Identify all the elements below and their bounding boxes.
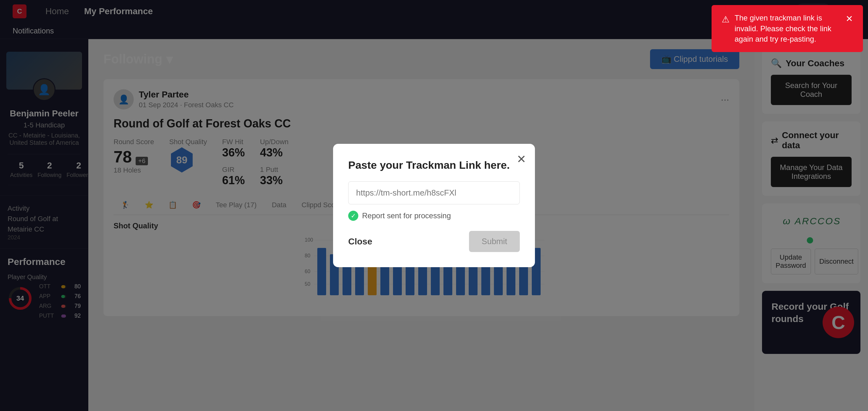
- modal-actions: Close Submit: [348, 231, 520, 252]
- warning-icon: ⚠: [722, 13, 730, 26]
- modal-title: Paste your Trackman Link here.: [348, 159, 520, 171]
- trackman-link-input[interactable]: [348, 181, 520, 204]
- modal-close-button[interactable]: Close: [348, 236, 372, 247]
- success-icon: ✓: [348, 211, 358, 221]
- modal-close-x-button[interactable]: ✕: [517, 153, 526, 166]
- modal-overlay[interactable]: Paste your Trackman Link here. ✕ ✓ Repor…: [0, 0, 868, 411]
- modal-submit-button[interactable]: Submit: [469, 231, 520, 252]
- toast-close-button[interactable]: ✕: [846, 12, 853, 25]
- modal-success-message: ✓ Report sent for processing: [348, 211, 520, 221]
- toast-message: The given trackman link is invalid. Plea…: [735, 12, 836, 44]
- trackman-modal: Paste your Trackman Link here. ✕ ✓ Repor…: [333, 144, 535, 267]
- error-toast: ⚠ The given trackman link is invalid. Pl…: [712, 5, 863, 52]
